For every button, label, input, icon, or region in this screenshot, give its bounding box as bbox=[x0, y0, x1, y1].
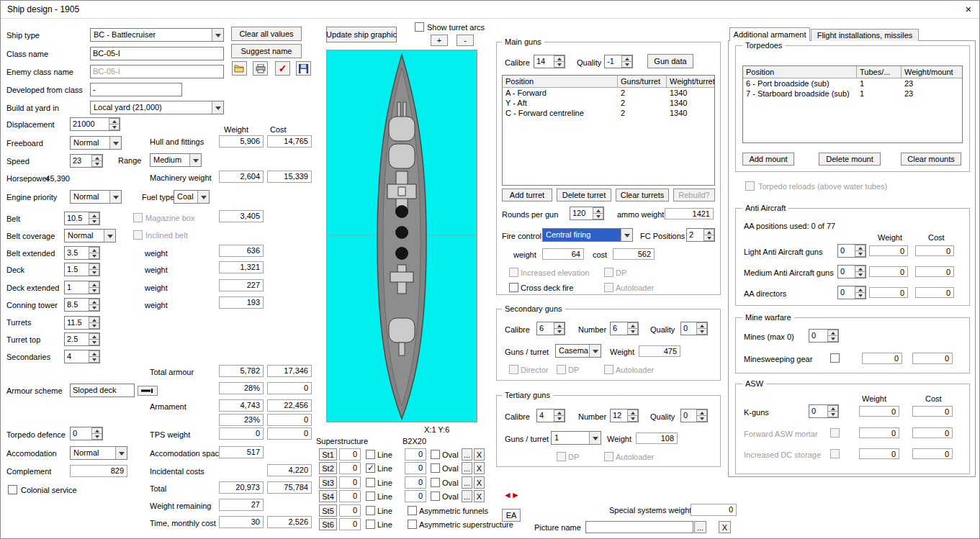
ship-type-dropdown[interactable]: BC - Battlecruiser bbox=[90, 28, 224, 42]
add-mount-button[interactable]: Add mount bbox=[742, 153, 794, 166]
st1-value-2[interactable]: 0 bbox=[405, 448, 426, 461]
main-quality-spinner[interactable]: -1 bbox=[604, 55, 633, 68]
st2-value-1[interactable]: 0 bbox=[339, 462, 361, 474]
tertiary-number-spinner[interactable]: 12 bbox=[610, 409, 639, 422]
belt-coverage-dropdown[interactable]: Normal bbox=[64, 229, 116, 243]
conning-tower-spinner[interactable]: 8.5 bbox=[64, 298, 100, 312]
class-name-input[interactable]: BC-05-I bbox=[90, 47, 224, 60]
column-header-weight-mount[interactable]: Weight/mount bbox=[902, 66, 962, 78]
st4-browse-button[interactable]: ... bbox=[462, 490, 472, 502]
print-button[interactable] bbox=[253, 61, 268, 76]
main-calibre-spinner[interactable]: 14 bbox=[534, 55, 565, 68]
spinner-buttons[interactable] bbox=[89, 299, 99, 311]
spin-down-icon[interactable] bbox=[855, 271, 866, 278]
engine-priority-dropdown[interactable]: Normal bbox=[70, 190, 122, 204]
spin-down-icon[interactable] bbox=[627, 328, 638, 335]
spin-down-icon[interactable] bbox=[89, 339, 99, 345]
st1-clear-button[interactable]: X bbox=[474, 448, 485, 461]
delete-mount-button[interactable]: Delete mount bbox=[819, 153, 881, 166]
torpedo-row[interactable]: 6 - Port broadside (sub) 1 23 bbox=[743, 78, 962, 89]
close-icon[interactable]: × bbox=[961, 3, 976, 16]
spin-down-icon[interactable] bbox=[627, 415, 638, 422]
st1-value-1[interactable]: 0 bbox=[339, 448, 361, 461]
spin-down-icon[interactable] bbox=[89, 269, 99, 276]
column-header-position[interactable]: Position bbox=[503, 76, 618, 87]
column-header-guns-turret[interactable]: Guns/turret bbox=[618, 76, 667, 87]
zoom-out-button[interactable]: - bbox=[457, 35, 474, 46]
spinner-buttons[interactable] bbox=[89, 333, 99, 345]
belt-extended-spinner[interactable]: 3.5 bbox=[64, 246, 100, 260]
chevron-down-icon[interactable] bbox=[212, 29, 223, 41]
spin-down-icon[interactable] bbox=[91, 433, 102, 440]
chevron-down-icon[interactable] bbox=[197, 191, 209, 203]
cross-deck-fire-checkbox[interactable] bbox=[509, 283, 518, 292]
spinner-buttons[interactable] bbox=[91, 427, 102, 440]
chevron-down-icon[interactable] bbox=[115, 447, 127, 459]
chevron-down-icon[interactable] bbox=[621, 229, 632, 241]
chevron-down-icon[interactable] bbox=[109, 137, 121, 149]
colonial-service-checkbox[interactable] bbox=[8, 485, 17, 494]
asymmetric-funnels-checkbox[interactable] bbox=[408, 506, 417, 515]
armour-scheme-picker-button[interactable] bbox=[138, 386, 158, 396]
spin-down-icon[interactable] bbox=[89, 356, 99, 363]
spinner-buttons[interactable] bbox=[89, 281, 99, 294]
spinner-buttons[interactable] bbox=[89, 263, 99, 276]
suggest-name-button[interactable]: Suggest name bbox=[231, 44, 302, 58]
asymmetric-superstructure-checkbox[interactable] bbox=[408, 520, 417, 529]
show-turret-arcs-checkbox[interactable] bbox=[415, 22, 424, 32]
clear-mounts-button[interactable]: Clear mounts bbox=[901, 153, 961, 166]
rounds-per-gun-spinner[interactable]: 120 bbox=[570, 207, 604, 220]
chevron-down-icon[interactable] bbox=[109, 191, 121, 203]
st1-oval-checkbox[interactable] bbox=[431, 450, 440, 459]
turrets-spinner[interactable]: 11.5 bbox=[64, 316, 100, 330]
spinner-buttons[interactable] bbox=[627, 409, 638, 422]
st2-oval-checkbox[interactable] bbox=[431, 463, 440, 473]
torpedo-row[interactable]: 7 - Starboard broadside (sub) 1 23 bbox=[743, 89, 962, 99]
spinner-buttons[interactable] bbox=[855, 286, 866, 299]
displacement-spinner[interactable]: 21000 bbox=[70, 117, 120, 131]
fire-control-dropdown[interactable]: Central firing bbox=[542, 228, 633, 242]
spinner-buttons[interactable] bbox=[627, 322, 638, 335]
st2-clear-button[interactable]: X bbox=[474, 462, 485, 474]
tertiary-guns-turret-dropdown[interactable]: 1 bbox=[551, 431, 601, 445]
chevron-down-icon[interactable] bbox=[589, 432, 601, 444]
accomodation-dropdown[interactable]: Normal bbox=[70, 446, 127, 460]
st5-value-1[interactable]: 0 bbox=[339, 504, 361, 517]
spin-down-icon[interactable] bbox=[703, 235, 714, 241]
st1-browse-button[interactable]: ... bbox=[462, 448, 472, 461]
spinner-buttons[interactable] bbox=[89, 212, 99, 225]
st2-line-checkbox[interactable] bbox=[366, 463, 375, 473]
st3-oval-checkbox[interactable] bbox=[431, 478, 440, 487]
medium-aa-spinner[interactable]: 0 bbox=[837, 265, 866, 278]
st3-value-2[interactable]: 0 bbox=[405, 476, 426, 489]
main-guns-row[interactable]: A - Forward 2 1340 bbox=[503, 88, 714, 98]
clear-turrets-button[interactable]: Clear turrets bbox=[616, 189, 669, 201]
spinner-buttons[interactable] bbox=[621, 55, 632, 68]
spin-down-icon[interactable] bbox=[91, 160, 102, 167]
build-yard-dropdown[interactable]: Local yard (21,000) bbox=[90, 101, 224, 114]
spin-down-icon[interactable] bbox=[827, 335, 838, 342]
deck-spinner[interactable]: 1.5 bbox=[64, 263, 100, 276]
chevron-down-icon[interactable] bbox=[212, 101, 223, 114]
spin-down-icon[interactable] bbox=[89, 322, 99, 329]
column-header-position[interactable]: Position bbox=[743, 66, 857, 78]
developed-from-input[interactable]: - bbox=[90, 83, 182, 96]
spinner-buttons[interactable] bbox=[554, 322, 565, 335]
column-header-weight-turret[interactable]: Weight/turret bbox=[667, 76, 714, 87]
tab-additional-armament[interactable]: Additional armament bbox=[729, 27, 810, 41]
picture-browse-button[interactable]: ... bbox=[694, 521, 706, 533]
minesweeping-gear-checkbox[interactable] bbox=[830, 353, 840, 363]
spinner-buttons[interactable] bbox=[554, 55, 565, 68]
st4-value-2[interactable]: 0 bbox=[405, 490, 426, 502]
move-left-right-arrows-icon[interactable]: ◄► bbox=[503, 491, 519, 500]
spinner-buttons[interactable] bbox=[696, 322, 707, 335]
speed-spinner[interactable]: 23 bbox=[70, 154, 103, 168]
gun-data-button[interactable]: Gun data bbox=[647, 54, 693, 68]
main-guns-table[interactable]: Position Guns/turret Weight/turret A - F… bbox=[502, 75, 715, 186]
spin-down-icon[interactable] bbox=[855, 292, 866, 299]
st2-button[interactable]: St2 bbox=[319, 462, 337, 474]
spinner-buttons[interactable] bbox=[696, 409, 707, 422]
st1-button[interactable]: St1 bbox=[319, 448, 337, 461]
spinner-buttons[interactable] bbox=[827, 405, 838, 417]
open-file-button[interactable] bbox=[232, 61, 247, 76]
